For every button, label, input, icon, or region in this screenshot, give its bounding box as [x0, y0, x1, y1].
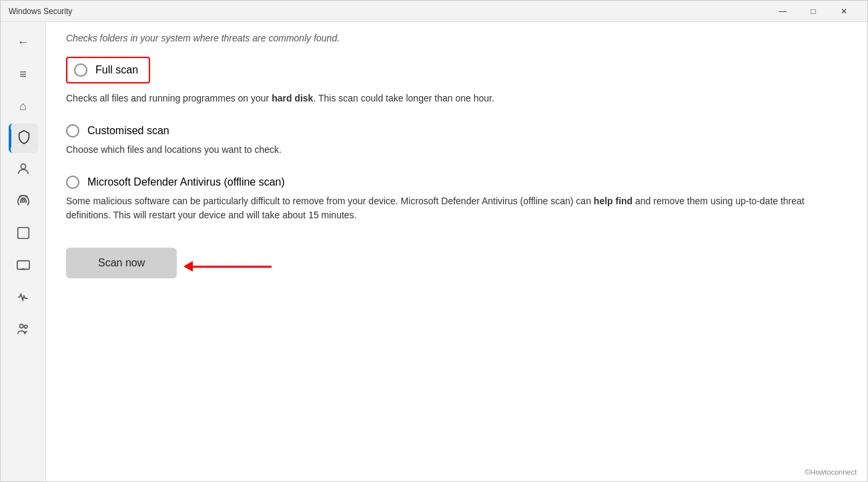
arrow-annotation	[183, 261, 272, 272]
sidebar-item-device[interactable]	[9, 252, 38, 281]
scroll-area[interactable]: Checks folders in your system where thre…	[46, 22, 867, 481]
sidebar-item-menu[interactable]: ≡	[9, 59, 38, 89]
app-icon	[16, 226, 31, 244]
scan-now-button[interactable]: Scan now	[66, 248, 177, 278]
truncated-description: Checks folders in your system where thre…	[66, 33, 841, 43]
device-icon	[16, 258, 31, 276]
svg-point-5	[24, 325, 27, 328]
customised-scan-description: Choose which files and locations you wan…	[66, 143, 841, 157]
offline-scan-label: Microsoft Defender Antivirus (offline sc…	[87, 176, 285, 188]
account-icon	[16, 162, 31, 180]
full-scan-description: Checks all files and running programmes …	[66, 91, 841, 105]
window-title: Windows Security	[9, 7, 767, 16]
sidebar-item-health[interactable]	[9, 284, 38, 313]
scan-option-full: Full scan Checks all files and running p…	[66, 57, 841, 105]
sidebar-item-network[interactable]	[9, 188, 38, 217]
sidebar-item-home[interactable]: ⌂	[9, 91, 38, 121]
close-button[interactable]: ✕	[829, 1, 859, 22]
windows-security-window: Windows Security — □ ✕ ← ≡ ⌂	[0, 0, 868, 482]
back-icon: ←	[17, 35, 29, 49]
svg-rect-2	[17, 227, 29, 238]
sidebar-item-shield[interactable]	[9, 124, 38, 153]
family-icon	[16, 322, 31, 340]
svg-point-0	[21, 164, 25, 168]
minimize-button[interactable]: —	[767, 1, 798, 22]
menu-icon: ≡	[19, 67, 27, 81]
sidebar-item-app[interactable]	[9, 220, 38, 249]
scan-option-offline: Microsoft Defender Antivirus (offline sc…	[66, 176, 841, 222]
health-icon	[16, 290, 31, 308]
radio-offline-scan[interactable]	[66, 176, 79, 189]
svg-point-1	[22, 200, 25, 202]
app-body: ← ≡ ⌂	[1, 22, 867, 481]
svg-point-4	[19, 324, 23, 328]
copyright-text: ©Howtoconnect	[805, 468, 857, 476]
radio-customised-scan[interactable]	[66, 124, 79, 138]
scan-action-row: Scan now	[66, 241, 841, 292]
sidebar-item-account[interactable]	[9, 156, 38, 185]
offline-scan-description: Some malicious software can be particula…	[66, 194, 841, 222]
title-bar: Windows Security — □ ✕	[1, 1, 867, 22]
sidebar: ← ≡ ⌂	[1, 22, 46, 481]
maximize-button[interactable]: □	[798, 1, 829, 22]
scan-option-customised: Customised scan Choose which files and l…	[66, 124, 841, 157]
arrow-line	[191, 266, 272, 268]
customised-scan-label: Customised scan	[87, 125, 169, 137]
radio-full-scan[interactable]	[74, 63, 87, 77]
full-scan-label: Full scan	[95, 64, 138, 76]
svg-rect-3	[17, 260, 29, 269]
sidebar-item-family[interactable]	[9, 316, 38, 345]
sidebar-item-back[interactable]: ←	[9, 27, 38, 57]
shield-icon	[17, 130, 31, 148]
network-icon	[16, 194, 31, 212]
home-icon: ⌂	[19, 99, 27, 113]
main-content: Checks folders in your system where thre…	[46, 22, 867, 481]
window-controls: — □ ✕	[767, 1, 859, 22]
